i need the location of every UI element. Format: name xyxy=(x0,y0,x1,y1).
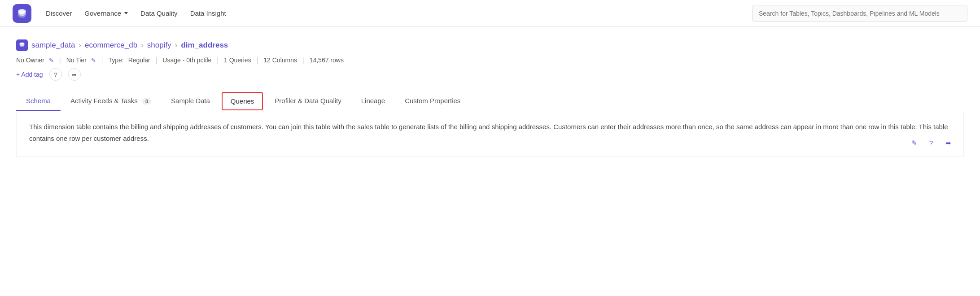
nav-governance[interactable]: Governance xyxy=(84,9,128,17)
breadcrumb-shopify[interactable]: shopify xyxy=(147,41,171,50)
tab-activity-feeds[interactable]: Activity Feeds & Tasks 0 xyxy=(61,91,161,111)
breadcrumb-sep-1: › xyxy=(79,41,81,50)
tags-row: + Add tag ? ➦ xyxy=(16,68,964,81)
content-area: sample_data › ecommerce_db › shopify › d… xyxy=(0,27,980,157)
tab-schema[interactable]: Schema xyxy=(16,91,61,111)
tier-edit-icon[interactable]: ✎ xyxy=(91,57,96,64)
breadcrumb-sep-2: › xyxy=(141,41,144,50)
chevron-down-icon xyxy=(124,12,128,14)
share-icon-button[interactable]: ➦ xyxy=(68,68,81,81)
tab-profiler-data-quality[interactable]: Profiler & Data Quality xyxy=(265,91,351,111)
usage-label: Usage - 0th pctile xyxy=(162,57,211,64)
nav-discover[interactable]: Discover xyxy=(46,9,72,17)
type-value: Regular xyxy=(128,57,150,64)
description-text: This dimension table contains the billin… xyxy=(29,121,951,144)
svg-point-2 xyxy=(18,13,26,17)
logo-icon xyxy=(16,8,28,19)
columns-label: 12 Columns xyxy=(263,57,297,64)
description-share-button[interactable]: ➦ xyxy=(942,137,954,149)
search-input[interactable] xyxy=(752,5,967,22)
owner-edit-icon[interactable]: ✎ xyxy=(49,57,54,64)
nav-links: Discover Governance Data Quality Data In… xyxy=(46,9,226,17)
nav-data-insight[interactable]: Data Insight xyxy=(190,9,226,17)
type-label: Type: xyxy=(108,57,123,64)
navbar: Discover Governance Data Quality Data In… xyxy=(0,0,980,27)
description-box: This dimension table contains the billin… xyxy=(16,111,964,157)
description-help-button[interactable]: ? xyxy=(925,137,937,149)
breadcrumb-sep-3: › xyxy=(175,41,178,50)
owner-label: No Owner xyxy=(16,57,44,64)
activity-feeds-badge: 0 xyxy=(142,98,151,104)
nav-data-quality[interactable]: Data Quality xyxy=(140,9,178,17)
help-icon-button[interactable]: ? xyxy=(49,68,62,81)
app-logo[interactable] xyxy=(13,4,31,23)
tabs: Schema Activity Feeds & Tasks 0 Sample D… xyxy=(16,91,964,111)
breadcrumb: sample_data › ecommerce_db › shopify › d… xyxy=(16,39,964,51)
rows-label: 14,567 rows xyxy=(310,57,344,64)
tab-custom-properties[interactable]: Custom Properties xyxy=(395,91,470,111)
breadcrumb-ecommerce-db[interactable]: ecommerce_db xyxy=(85,41,137,50)
meta-row: No Owner ✎ | No Tier ✎ | Type: Regular |… xyxy=(16,57,964,64)
description-actions: ✎ ? ➦ xyxy=(908,137,954,149)
breadcrumb-current: dim_address xyxy=(181,41,228,50)
tier-label: No Tier xyxy=(66,57,87,64)
database-icon xyxy=(16,39,28,51)
edit-description-button[interactable]: ✎ xyxy=(908,137,920,149)
tab-sample-data[interactable]: Sample Data xyxy=(161,91,220,111)
queries-label: 1 Queries xyxy=(224,57,251,64)
tab-lineage[interactable]: Lineage xyxy=(351,91,395,111)
tab-queries[interactable]: Queries xyxy=(222,92,263,110)
add-tag-button[interactable]: + Add tag xyxy=(16,71,43,78)
breadcrumb-sample-data[interactable]: sample_data xyxy=(31,41,75,50)
